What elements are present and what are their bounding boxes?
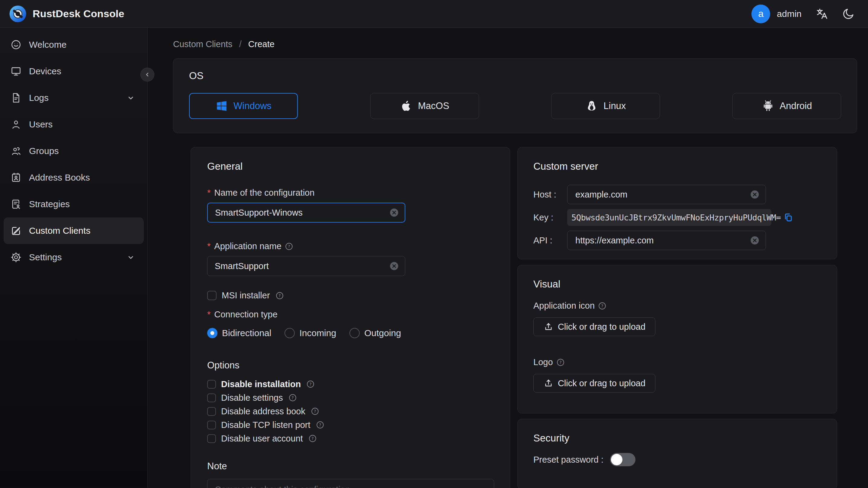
sidebar-item-custom-clients[interactable]: Custom Clients (4, 217, 144, 244)
key-value: 5Qbwsde3unUcJBtrx9ZkvUmwFNoExHzpryHuPUdq… (571, 213, 781, 222)
preset-password-label: Preset password : (533, 455, 603, 465)
breadcrumb-separator: / (239, 39, 242, 49)
help-icon[interactable]: ? (284, 242, 293, 251)
os-button-android[interactable]: Android (733, 93, 841, 119)
application-icon-label: Application icon ? (533, 301, 821, 311)
disable-installation-checkbox[interactable] (207, 380, 216, 389)
sidebar-item-label: Address Books (29, 173, 135, 183)
app-title: RustDesk Console (33, 8, 124, 20)
disable-user-account-checkbox[interactable] (207, 434, 216, 443)
disable-address-book-checkbox[interactable] (207, 407, 216, 416)
translate-icon[interactable] (815, 7, 828, 20)
config-name-label-text: Name of the configuration (214, 188, 314, 198)
svg-text:?: ? (559, 360, 561, 365)
sidebar-item-strategies[interactable]: Strategies (4, 191, 144, 217)
username[interactable]: admin (777, 9, 802, 19)
document-icon (10, 92, 22, 103)
dark-mode-moon-icon[interactable] (842, 7, 855, 20)
sidebar-item-users[interactable]: Users (4, 111, 144, 138)
option-label: Disable installation (221, 379, 301, 389)
app-name-input-wrap (207, 256, 405, 276)
host-input-wrap (567, 185, 766, 204)
option-disable-address-book: Disable address book ? (207, 406, 494, 417)
sidebar-item-address-books[interactable]: Address Books (4, 164, 144, 191)
smiley-icon (10, 39, 22, 51)
copy-icon[interactable] (783, 212, 794, 222)
main-layout: Welcome Devices Logs (0, 28, 868, 488)
help-icon[interactable]: ? (556, 358, 565, 367)
application-icon-upload-button[interactable]: Click or drag to upload (533, 317, 655, 336)
svg-text:?: ? (311, 436, 313, 441)
sidebar-item-label: Custom Clients (29, 225, 135, 236)
host-input[interactable] (567, 185, 766, 204)
disable-tcp-listen-port-checkbox[interactable] (207, 421, 216, 429)
radio-incoming[interactable]: Incoming (284, 328, 336, 338)
sidebar-collapse-button[interactable] (141, 68, 154, 82)
logo-upload-button[interactable]: Click or drag to upload (533, 374, 655, 393)
os-button-label: Linux (603, 100, 626, 112)
clear-input-icon[interactable] (750, 189, 760, 200)
svg-text:?: ? (278, 293, 281, 298)
sidebar-item-logs[interactable]: Logs (4, 85, 144, 111)
radio-outgoing[interactable]: Outgoing (349, 328, 401, 338)
os-options-row: Windows MacOS (189, 93, 841, 119)
sidebar: Welcome Devices Logs (0, 28, 148, 488)
help-icon[interactable]: ? (275, 291, 284, 300)
preset-password-row: Preset password : (533, 453, 821, 466)
connection-type-label: * Connection type (207, 309, 494, 319)
radio-bidirectional[interactable]: Bidirectional (207, 328, 271, 338)
avatar[interactable]: a (751, 4, 770, 23)
sidebar-item-label: Users (29, 119, 135, 129)
sidebar-item-groups[interactable]: Groups (4, 138, 144, 164)
breadcrumb-custom-clients[interactable]: Custom Clients (173, 39, 232, 49)
radio-dot (284, 328, 295, 338)
os-card: OS Windows MacOS (173, 58, 857, 133)
help-icon[interactable]: ? (308, 434, 317, 443)
clear-input-icon[interactable] (750, 235, 760, 245)
app-name-input[interactable] (207, 256, 405, 276)
option-disable-user-account: Disable user account ? (207, 433, 494, 444)
radio-dot (207, 328, 217, 338)
help-icon[interactable]: ? (310, 407, 319, 416)
help-icon[interactable]: ? (288, 393, 297, 402)
gear-icon (10, 251, 22, 263)
help-icon[interactable]: ? (316, 420, 325, 429)
msi-installer-checkbox[interactable] (207, 291, 217, 300)
custom-server-card: Custom server Host : (517, 147, 837, 260)
help-icon[interactable]: ? (306, 379, 315, 389)
security-card: Security Preset password : (517, 419, 837, 488)
windows-icon (215, 100, 228, 112)
option-disable-tcp-listen-port: Disable TCP listen port ? (207, 420, 494, 430)
general-card: General * Name of the configuration (191, 147, 510, 488)
os-button-linux[interactable]: Linux (551, 93, 660, 119)
option-label: Disable address book (221, 406, 305, 417)
help-icon[interactable]: ? (598, 301, 607, 310)
note-textarea[interactable] (207, 479, 494, 488)
clear-input-icon[interactable] (389, 208, 399, 218)
os-button-macos[interactable]: MacOS (370, 93, 479, 119)
avatar-letter: a (758, 8, 764, 19)
preset-password-toggle[interactable] (610, 453, 636, 466)
breadcrumb-create: Create (248, 39, 275, 49)
clear-input-icon[interactable] (389, 261, 399, 271)
api-label: API : (533, 236, 567, 245)
connection-type-options: Bidirectional Incoming Outgoing (207, 328, 494, 338)
api-input[interactable] (567, 231, 766, 250)
sidebar-item-welcome[interactable]: Welcome (4, 31, 144, 58)
config-name-input-wrap (207, 203, 405, 222)
android-icon (762, 100, 774, 112)
msi-installer-label: MSI installer (222, 291, 270, 301)
upload-icon (543, 378, 554, 388)
sidebar-item-settings[interactable]: Settings (4, 244, 144, 271)
linux-icon (585, 100, 598, 112)
upload-icon (543, 322, 554, 332)
disable-settings-checkbox[interactable] (207, 394, 216, 402)
radio-dot (349, 328, 360, 338)
os-button-windows[interactable]: Windows (189, 93, 298, 119)
edit-square-icon (10, 225, 22, 237)
logo-label-text: Logo (533, 357, 553, 367)
radio-label: Bidirectional (222, 328, 271, 338)
config-name-input[interactable] (207, 203, 405, 222)
option-label: Disable settings (221, 393, 283, 403)
sidebar-item-devices[interactable]: Devices (4, 58, 144, 85)
